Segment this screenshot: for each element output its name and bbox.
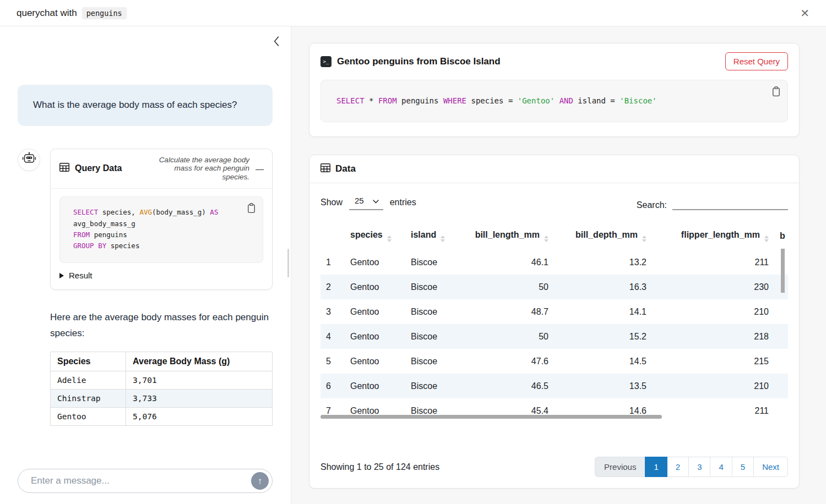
row-number-header — [320, 223, 345, 250]
result-toggle-label: Result — [69, 271, 93, 280]
entries-label: entries — [390, 198, 416, 207]
horizontal-scrollbar[interactable] — [320, 415, 662, 419]
page-size-control: Show 25 entries — [320, 194, 416, 210]
copy-button[interactable] — [770, 85, 782, 98]
current-query-card: >_ Gentoo penguins from Biscoe Island Re… — [309, 43, 800, 137]
content: What is the average body mass of each sp… — [0, 26, 826, 504]
query-card-header: >_ Gentoo penguins from Biscoe Island Re… — [320, 52, 788, 70]
data-card-body: Show 25 entries Search: — [309, 183, 799, 488]
page-size-value: 25 — [355, 196, 364, 205]
app-title-text: querychat with — [17, 8, 77, 19]
sort-icon[interactable] — [387, 235, 392, 242]
tool-sql-code: SELECT species, AVG(body_mass_g) ASavg_b… — [73, 207, 252, 251]
sort-icon[interactable] — [642, 235, 646, 242]
table-row: 3GentooBiscoe48.714.1210 — [320, 299, 788, 324]
table-grid-icon — [59, 163, 69, 174]
chevron-down-icon — [373, 196, 379, 205]
table-row: 5GentooBiscoe47.614.5215 — [320, 349, 788, 374]
pagination-page-1[interactable]: 1 — [645, 457, 667, 477]
pagination-page-3[interactable]: 3 — [688, 457, 710, 477]
copy-button[interactable] — [245, 201, 258, 215]
tool-card-header: Query Data Calculate the average body ma… — [51, 149, 272, 189]
page-size-select[interactable]: 25 — [349, 194, 383, 210]
message-input[interactable] — [30, 475, 251, 487]
column-header-flipper_length_mm[interactable]: flipper_length_mm — [652, 223, 774, 250]
table-row: 6GentooBiscoe46.513.5210 — [320, 374, 788, 398]
sql-code-block: SELECT * FROM penguins WHERE species = '… — [320, 80, 788, 122]
table-controls: Show 25 entries Search: — [320, 194, 788, 210]
data-card: Data Show 25 entries — [309, 155, 800, 489]
close-button[interactable]: ✕ — [798, 6, 812, 21]
show-label: Show — [320, 198, 343, 207]
search-control: Search: — [637, 196, 788, 210]
table-row: 4GentooBiscoe5015.2218 — [320, 324, 788, 349]
data-table-body: 1GentooBiscoe46.113.22112GentooBiscoe501… — [320, 250, 788, 419]
top-bar: querychat with penguins ✕ — [0, 0, 826, 26]
terminal-icon: >_ — [320, 56, 332, 67]
vertical-scrollbar[interactable] — [781, 249, 785, 293]
app-title: querychat with penguins — [17, 7, 127, 19]
pagination-previous[interactable]: Previous — [595, 457, 645, 477]
data-card-header: Data — [309, 155, 799, 183]
table-row: 2GentooBiscoe5016.3230 — [320, 275, 788, 299]
column-header-bill_length_mm[interactable]: bill_length_mm — [459, 223, 554, 250]
table-row: Adelie3,701 — [51, 371, 273, 390]
pagination-next[interactable]: Next — [753, 457, 788, 477]
table-row: Chinstrap3,733 — [51, 390, 273, 408]
tool-card-subtitle: Calculate the average body mass for each… — [147, 156, 249, 182]
query-title: Gentoo penguins from Biscoe Island — [337, 56, 501, 67]
column-header-b: b — [774, 223, 788, 250]
tool-card-title: Query Data — [75, 163, 122, 173]
dataset-chip: penguins — [82, 7, 127, 19]
query-sql-code: SELECT * FROM penguins WHERE species = '… — [336, 95, 772, 107]
result-table: SpeciesAverage Body Mass (g) Adelie3,701… — [50, 352, 273, 426]
pagination: Previous12345Next — [595, 457, 788, 477]
chat-history: What is the average body mass of each sp… — [0, 26, 291, 426]
collapse-sidebar-button[interactable] — [271, 34, 282, 50]
table-row: Gentoo5,076 — [51, 408, 273, 426]
search-label: Search: — [637, 200, 667, 210]
result-table-body: Adelie3,701Chinstrap3,733Gentoo5,076 — [51, 371, 273, 426]
assistant-turn: Query Data Calculate the average body ma… — [18, 149, 273, 291]
pagination-page-5[interactable]: 5 — [732, 457, 754, 477]
chevron-left-icon — [273, 40, 280, 48]
result-toggle[interactable]: Result — [59, 271, 93, 280]
entries-info: Showing 1 to 25 of 124 entries — [320, 462, 439, 472]
close-icon: ✕ — [800, 7, 809, 19]
column-header-species[interactable]: species — [345, 223, 405, 250]
result-table-header: Species — [51, 352, 126, 371]
pagination-page-4[interactable]: 4 — [710, 457, 732, 477]
robot-icon — [22, 152, 36, 167]
sort-icon[interactable] — [544, 235, 548, 242]
sidebar-scrollbar[interactable] — [287, 249, 289, 277]
sort-icon[interactable] — [441, 235, 445, 242]
sql-code-block: SELECT species, AVG(body_mass_g) ASavg_b… — [59, 196, 263, 263]
data-card-title: Data — [335, 163, 356, 174]
main-panel: >_ Gentoo penguins from Biscoe Island Re… — [291, 26, 826, 504]
minimize-button[interactable]: — — [254, 164, 265, 173]
clipboard-icon — [771, 90, 781, 98]
assistant-text: Here are the average body masses for eac… — [50, 310, 273, 341]
chat-input-container: ↑ — [18, 469, 273, 493]
reset-query-button[interactable]: Reset Query — [725, 52, 788, 70]
collapsed-triangle-icon — [59, 273, 64, 278]
chat-sidebar: What is the average body mass of each sp… — [0, 26, 291, 504]
result-table-head-row: SpeciesAverage Body Mass (g) — [51, 352, 273, 371]
query-tool-card: Query Data Calculate the average body ma… — [50, 149, 273, 291]
chat-input-row: ↑ — [0, 459, 291, 504]
avatar — [18, 149, 40, 171]
tool-card-body: SELECT species, AVG(body_mass_g) ASavg_b… — [51, 189, 272, 289]
user-message: What is the average body mass of each sp… — [18, 85, 273, 126]
column-header-island[interactable]: island — [405, 223, 459, 250]
table-footer: Showing 1 to 25 of 124 entries Previous1… — [320, 447, 788, 477]
pagination-page-2[interactable]: 2 — [667, 457, 689, 477]
search-input[interactable] — [672, 196, 788, 210]
table-row: 1GentooBiscoe46.113.2211 — [320, 250, 788, 275]
minimize-icon: — — [256, 164, 264, 173]
clipboard-icon — [247, 207, 256, 215]
column-header-bill_depth_mm[interactable]: bill_depth_mm — [554, 223, 652, 250]
sort-icon[interactable] — [764, 235, 769, 242]
data-table-viewport: speciesislandbill_length_mmbill_depth_mm… — [320, 223, 788, 419]
data-table-head-row: speciesislandbill_length_mmbill_depth_mm… — [320, 223, 788, 250]
send-button[interactable]: ↑ — [251, 472, 269, 490]
